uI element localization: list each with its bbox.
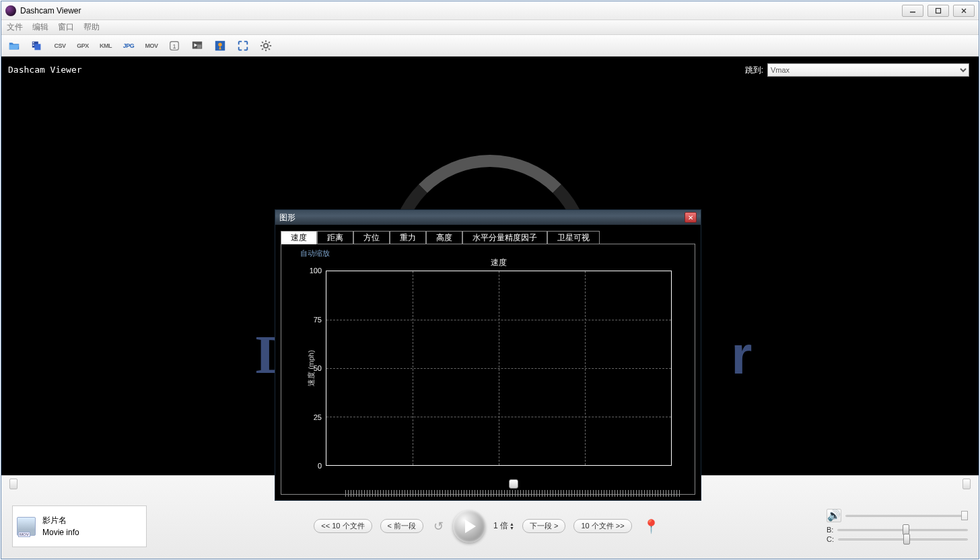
chart-title: 速度 (491, 257, 507, 269)
export-kml-button[interactable]: KML (98, 38, 113, 53)
ytick-100: 100 (310, 267, 322, 275)
tab-altitude[interactable]: 高度 (426, 231, 462, 244)
open-folder-icon[interactable] (7, 38, 22, 53)
chart-frame: 自动缩放 速度 速度 (mph) 100 75 (281, 244, 695, 495)
export-gpx-button[interactable]: GPX (75, 38, 90, 53)
jump-select[interactable]: Vmax (767, 63, 969, 77)
rate-label: 1 倍 (493, 520, 508, 532)
graph-tabs: 速度 距离 方位 重力 高度 水平分量精度因子 卫星可视 (281, 230, 695, 244)
svg-line-23 (269, 42, 270, 43)
svg-line-21 (269, 48, 270, 50)
seek-end-handle[interactable] (963, 479, 971, 489)
movie-info-label: Movie info (42, 526, 79, 538)
seek-start-handle[interactable] (9, 479, 18, 489)
settings-icon[interactable] (258, 38, 273, 53)
ytick-25: 25 (314, 413, 322, 421)
play-button[interactable] (453, 510, 485, 542)
contrast-label: C: (827, 535, 834, 543)
ytick-75: 75 (314, 316, 322, 324)
jump-label: 跳到: (745, 65, 763, 76)
geo-pin-icon[interactable]: 📍 (643, 518, 660, 534)
maximize-button[interactable] (928, 5, 949, 17)
graph-body: 速度 距离 方位 重力 高度 水平分量精度因子 卫星可视 自动缩放 速度 速度 … (275, 225, 701, 500)
volume-icon[interactable]: 🔊 (827, 509, 841, 522)
logo-text-right: r (731, 324, 752, 386)
prev-10-files-button[interactable]: << 10 个文件 (314, 519, 372, 533)
svg-line-20 (262, 42, 263, 43)
svg-line-22 (262, 48, 263, 50)
menubar: 文件 编辑 窗口 帮助 (1, 20, 979, 35)
prev-segment-button[interactable]: < 前一段 (380, 519, 423, 533)
svg-rect-7 (33, 44, 34, 46)
video-area: Dashcam Viewer 跳到: Vmax Dr 图形 ✕ 速度 距离 方位… (1, 57, 979, 475)
app-icon (5, 5, 16, 16)
rate-spinner[interactable]: ▲▼ (510, 522, 514, 530)
replay-icon[interactable]: ↺ (431, 520, 445, 533)
toolbar: CSV GPX KML JPG MOV 1 (1, 35, 979, 57)
tab-gforce[interactable]: 重力 (390, 231, 426, 244)
contrast-slider[interactable] (838, 534, 968, 544)
movie-title-label: 影片名 (42, 514, 79, 526)
close-button[interactable] (953, 5, 975, 17)
brightness-label: B: (827, 526, 833, 534)
movies-icon[interactable] (30, 38, 44, 53)
right-sliders: 🔊 B: C: (827, 509, 968, 544)
chart-plot-area (326, 271, 672, 466)
menu-edit[interactable]: 编辑 (32, 22, 48, 33)
export-csv-button[interactable]: CSV (53, 38, 67, 53)
graph-window-title: 图形 (279, 212, 295, 223)
tab-hdop[interactable]: 水平分量精度因子 (462, 231, 547, 244)
svg-point-15 (264, 43, 268, 47)
graph-window: 图形 ✕ 速度 距离 方位 重力 高度 水平分量精度因子 卫星可视 自动缩放 速… (275, 209, 701, 501)
speed-chart: 速度 速度 (mph) 100 75 50 25 (326, 271, 672, 466)
tab-distance[interactable]: 距离 (317, 231, 353, 244)
video-overlay-label: Dashcam Viewer (8, 65, 82, 75)
seek-thumb[interactable] (509, 479, 518, 489)
svg-rect-5 (34, 44, 40, 50)
svg-text:1: 1 (172, 42, 176, 49)
tab-speed[interactable]: 速度 (281, 231, 317, 244)
menu-help[interactable]: 帮助 (83, 22, 100, 33)
seek-bar (1, 476, 979, 493)
app-title: Dashcam Viewer (20, 6, 902, 15)
movie-info-box: 影片名 Movie info (12, 505, 147, 547)
menu-file[interactable]: 文件 (7, 22, 23, 33)
playback-controls: << 10 个文件 < 前一段 ↺ 1 倍 ▲▼ 下一段 > 10 个文件 >>… (147, 510, 827, 542)
ytick-0: 0 (318, 462, 322, 470)
tab-satellites[interactable]: 卫星可视 (547, 231, 600, 244)
export-mov-button[interactable]: MOV (144, 38, 159, 53)
menu-window[interactable]: 窗口 (58, 22, 74, 33)
bottom-panel: 影片名 Movie info << 10 个文件 < 前一段 ↺ 1 倍 ▲▼ … (1, 475, 979, 559)
jump-to-control: 跳到: Vmax (745, 63, 969, 77)
playback-rate: 1 倍 ▲▼ (493, 520, 514, 532)
map-marker-icon[interactable] (213, 38, 228, 53)
svg-rect-11 (197, 44, 201, 48)
svg-rect-6 (33, 42, 34, 43)
fullscreen-icon[interactable] (236, 38, 250, 53)
seek-track[interactable] (23, 482, 957, 486)
volume-slider[interactable] (845, 511, 968, 520)
single-view-button[interactable]: 1 (167, 38, 182, 53)
export-jpg-button[interactable]: JPG (121, 38, 136, 53)
ytick-50: 50 (314, 364, 322, 372)
next-segment-button[interactable]: 下一段 > (522, 519, 565, 533)
tab-bearing[interactable]: 方位 (353, 231, 390, 244)
graph-titlebar[interactable]: 图形 ✕ (275, 210, 701, 225)
movie-file-icon (17, 517, 36, 536)
seek-ruler (345, 490, 682, 497)
window-buttons (902, 5, 975, 17)
pip-view-button[interactable] (190, 38, 205, 53)
controls-row: 影片名 Movie info << 10 个文件 < 前一段 ↺ 1 倍 ▲▼ … (1, 493, 979, 559)
minimize-button[interactable] (902, 5, 923, 17)
svg-rect-1 (936, 8, 941, 13)
next-10-files-button[interactable]: 10 个文件 >> (573, 519, 631, 533)
app-window: Dashcam Viewer 文件 编辑 窗口 帮助 CSV GPX KML J… (1, 1, 979, 559)
titlebar: Dashcam Viewer (1, 1, 979, 20)
brightness-slider[interactable] (837, 525, 968, 534)
graph-close-button[interactable]: ✕ (685, 212, 697, 223)
